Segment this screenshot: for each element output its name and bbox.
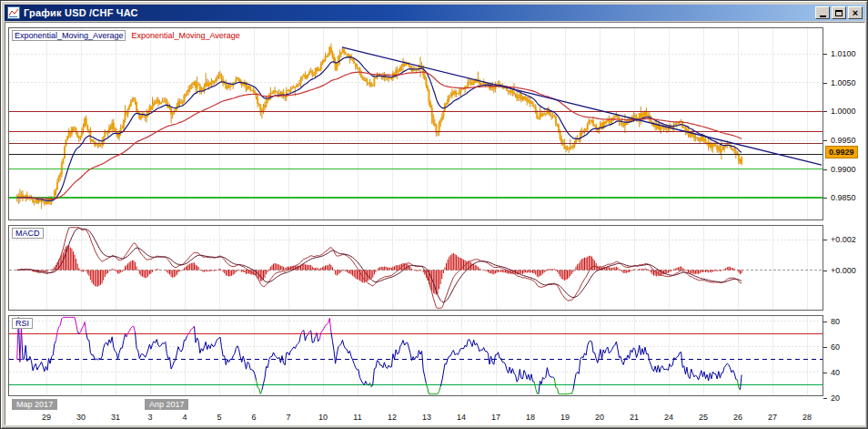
macd-axis-label: +0.002 xyxy=(831,235,856,244)
time-axis-day-label: 27 xyxy=(762,413,783,422)
chart-window-icon xyxy=(7,6,20,19)
time-axis-day-label: 12 xyxy=(381,413,403,422)
time-axis: 2930313456710111213141718192021242526272… xyxy=(9,1,823,429)
time-axis-day-label: 3 xyxy=(139,413,161,422)
time-axis-day-label: 25 xyxy=(692,413,714,422)
maximize-button[interactable] xyxy=(832,6,846,19)
time-axis-day-label: 24 xyxy=(658,413,680,422)
time-axis-day-label: 30 xyxy=(70,413,92,422)
time-axis-day-label: 18 xyxy=(520,413,541,422)
time-axis-day-label: 7 xyxy=(278,413,299,422)
time-axis-day-label: 10 xyxy=(312,413,334,422)
rsi-axis-label: 60 xyxy=(831,342,840,352)
axis-tick xyxy=(823,398,827,399)
axis-tick xyxy=(823,111,827,112)
price-axis-label: 0.9900 xyxy=(831,165,856,174)
rsi-axis-label: 80 xyxy=(831,317,840,326)
axis-tick xyxy=(823,347,827,348)
time-axis-day-label: 21 xyxy=(623,413,645,422)
price-axis-label: 0.9850 xyxy=(831,193,856,202)
time-axis-day-label: 13 xyxy=(416,413,438,422)
time-axis-day-label: 5 xyxy=(208,413,230,422)
rsi-axis-label: 20 xyxy=(831,393,840,403)
window-title: График USD /CHF ЧАС xyxy=(24,7,138,18)
time-axis-day-label: 31 xyxy=(105,413,126,422)
price-axis-label: 1.0000 xyxy=(831,107,856,116)
time-axis-month-badge: Апр 2017 xyxy=(145,399,188,410)
axis-tick xyxy=(823,271,827,271)
close-button[interactable]: × xyxy=(848,6,863,19)
close-icon: × xyxy=(853,8,858,17)
time-axis-day-label: 4 xyxy=(174,413,196,422)
time-axis-day-label: 19 xyxy=(554,413,576,422)
window-titlebar[interactable]: График USD /CHF ЧАС × xyxy=(5,5,865,21)
minimize-button[interactable] xyxy=(815,6,830,19)
axis-tick xyxy=(823,169,827,170)
current-price-badge: 0.9929 xyxy=(825,146,858,158)
time-axis-day-label: 26 xyxy=(727,413,749,422)
axis-tick xyxy=(823,240,827,240)
time-axis-day-label: 28 xyxy=(796,413,818,422)
axis-tick xyxy=(823,140,827,141)
price-axis-column: 1.01001.00501.00000.99500.99000.9850+0.0… xyxy=(823,1,868,429)
time-axis-day-label: 20 xyxy=(589,413,611,422)
price-axis-label: 1.0050 xyxy=(831,78,856,87)
macd-axis-label: +0.000 xyxy=(831,266,856,275)
price-axis-label: 0.9950 xyxy=(831,136,856,145)
time-axis-day-label: 17 xyxy=(485,413,507,422)
axis-tick xyxy=(823,322,827,322)
time-axis-day-label: 29 xyxy=(35,413,57,422)
axis-tick xyxy=(823,54,827,55)
price-axis-label: 1.0100 xyxy=(831,49,856,58)
time-axis-day-label: 14 xyxy=(450,413,472,422)
minimize-icon xyxy=(820,15,826,17)
maximize-icon xyxy=(835,10,843,16)
axis-tick xyxy=(823,198,827,199)
window-controls: × xyxy=(815,6,863,19)
rsi-axis-label: 40 xyxy=(831,368,840,377)
chart-window: График USD /CHF ЧАС × Exponential_Moving… xyxy=(0,0,868,429)
time-axis-day-label: 6 xyxy=(243,413,265,422)
axis-tick xyxy=(823,83,827,84)
axis-tick xyxy=(823,373,827,373)
time-axis-month-badge: Мар 2017 xyxy=(12,399,57,410)
time-axis-day-label: 11 xyxy=(347,413,368,422)
